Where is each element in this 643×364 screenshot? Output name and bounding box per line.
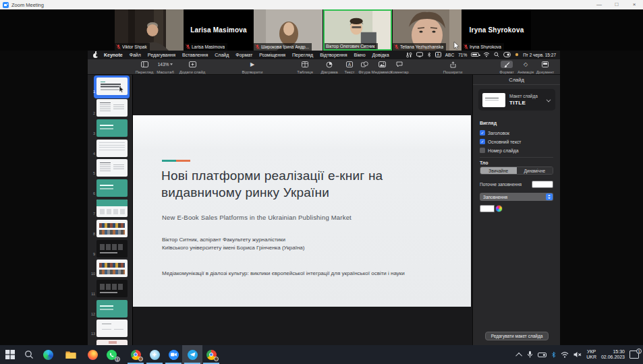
slide-author[interactable]: Віктор Ситник, аспірант Факультету журна… xyxy=(162,236,304,252)
input-source-abc[interactable]: ABC xyxy=(445,53,454,57)
fill-type-popup[interactable]: Заповнення xyxy=(480,193,553,201)
current-fill-swatch[interactable] xyxy=(532,181,553,188)
play-icon: ▶ xyxy=(248,61,257,68)
taskbar-edge-icon[interactable] xyxy=(38,345,58,364)
menu-window[interactable]: Вікно xyxy=(354,53,365,57)
video-tile-iryna-shyrokova[interactable]: Iryna Shyrokova Iryna Shyrokova xyxy=(462,9,531,51)
play-button[interactable]: ▶ Відтворити xyxy=(237,61,267,74)
taskbar-file-explorer-icon[interactable] xyxy=(61,345,81,364)
tray-volume-muted-icon[interactable] xyxy=(574,351,582,358)
slide-thumbnail-13[interactable] xyxy=(96,320,128,337)
slide-conference-line[interactable]: Медіакомунікації в діалозі культур: викл… xyxy=(162,270,405,276)
tray-network-icon[interactable] xyxy=(561,351,569,358)
taskbar-browser-profile2-icon[interactable] xyxy=(144,345,165,364)
slide-thumbnail-11[interactable] xyxy=(96,280,128,297)
slide-thumbnail-6[interactable] xyxy=(96,179,128,197)
toggles-icon[interactable] xyxy=(406,52,412,58)
background-type-segmented-control: Звичайне Динамічне xyxy=(480,166,553,175)
menu-play[interactable]: Відтворення xyxy=(320,53,347,57)
document-button[interactable]: Документ xyxy=(530,61,560,74)
menu-slide[interactable]: Слайд xyxy=(215,53,229,57)
slide-thumbnail-10[interactable] xyxy=(96,260,128,277)
video-tile-viktor-sytnyk-active-speaker[interactable]: Віктор Олегович Ситник xyxy=(323,9,392,51)
slide-title[interactable]: Нові платформи реалізації е-книг на вида… xyxy=(161,167,445,201)
current-slide[interactable]: Нові платформи реалізації е-книг на вида… xyxy=(133,115,471,307)
taskbar-clock[interactable]: 15:30 02.06.2023 xyxy=(601,349,625,361)
battery-icon[interactable] xyxy=(471,53,479,57)
start-button[interactable] xyxy=(0,345,20,364)
action-center-icon[interactable]: 1 xyxy=(630,351,639,359)
slide-thumbnail-7[interactable] xyxy=(96,200,128,217)
slide-thumbnail-5[interactable] xyxy=(96,159,128,177)
slide-subtitle[interactable]: New E-Book Sales Platforms in the Ukrain… xyxy=(162,214,352,221)
muted-mic-icon xyxy=(464,44,468,50)
menu-view[interactable]: Перегляд xyxy=(292,53,313,57)
slide-number: 10 xyxy=(89,272,95,276)
tray-expand-chevron-icon[interactable] xyxy=(518,353,522,357)
menu-insert[interactable]: Вставлення xyxy=(182,53,208,57)
divider xyxy=(480,157,553,158)
language-indicator[interactable]: УКР UKR xyxy=(586,349,596,361)
menu-edit[interactable]: Редагування xyxy=(148,53,175,57)
checkbox-slide-number[interactable]: Номер слайда xyxy=(480,148,519,153)
taskbar-telegram-icon[interactable] xyxy=(182,345,202,364)
zoom-titlebar: Zoom Meeting — □ × xyxy=(0,0,643,9)
maximize-button[interactable]: □ xyxy=(608,0,625,9)
slide-thumbnail-2[interactable] xyxy=(96,99,128,117)
video-tile-tetiana-yezhyzhanska[interactable]: Tetiana Yezhyzhanska xyxy=(393,9,462,51)
video-tile-larisa-masimova[interactable]: Larisa Masimova Larisa Masimova xyxy=(184,9,253,51)
menu-format[interactable]: Формат xyxy=(235,53,252,57)
macos-menubar: Keynote Файл Редагування Вставлення Слай… xyxy=(88,50,560,59)
shared-screen-keynote: Keynote Файл Редагування Вставлення Слай… xyxy=(88,50,560,345)
segment-dynamic[interactable]: Динамічне xyxy=(517,167,553,174)
notification-badge: 1 xyxy=(636,348,642,354)
comment-button[interactable]: Коментар xyxy=(385,61,414,74)
participant-name-label: Iryna Shyrokova xyxy=(462,43,504,51)
slide-thumbnail-9[interactable] xyxy=(96,240,128,257)
video-tile-shyrokova-iryna[interactable]: Широкова Ірина Андр... xyxy=(254,9,323,51)
add-slide-button[interactable]: Додати слайд xyxy=(175,61,209,74)
share-button[interactable]: Поширити xyxy=(438,61,468,74)
taskbar-chrome-profile3-icon[interactable] xyxy=(201,345,221,364)
menu-keynote[interactable]: Keynote xyxy=(104,53,123,57)
slide-navigator: 1 2 3 4 5 6 7 8 xyxy=(88,75,133,345)
menubar-clock[interactable]: Пт 2 черв. 15:27 xyxy=(523,53,556,57)
checkbox-body-text[interactable]: ✓ Основний текст xyxy=(480,139,521,144)
slide-thumbnail-3[interactable] xyxy=(96,119,128,137)
taskbar-chrome-profile1-icon[interactable] xyxy=(125,345,146,364)
slide-layout-card[interactable]: Макет слайда TITLE xyxy=(478,89,555,111)
control-center-icon[interactable] xyxy=(503,52,511,57)
tray-microphone-icon[interactable] xyxy=(527,351,533,359)
apple-menu-icon[interactable] xyxy=(92,52,98,58)
menu-file[interactable]: Файл xyxy=(130,53,141,57)
checkbox-unchecked-icon xyxy=(480,148,485,153)
color-wheel-icon[interactable] xyxy=(495,205,503,212)
tray-bluetooth-icon[interactable] xyxy=(551,351,556,359)
tray-device-icon[interactable] xyxy=(538,352,547,358)
color-swatch[interactable] xyxy=(480,205,495,212)
slide-thumbnail-8[interactable] xyxy=(96,220,128,237)
taskbar-whatsapp-icon[interactable]: 1 xyxy=(101,345,121,364)
whatsapp-badge: 1 xyxy=(115,357,120,362)
taskbar-zoom-icon[interactable] xyxy=(163,345,184,364)
display-icon[interactable] xyxy=(416,52,423,57)
segment-standard[interactable]: Звичайне xyxy=(480,167,517,174)
taskbar-search-button[interactable] xyxy=(19,345,39,364)
chevron-down-icon xyxy=(170,63,173,65)
menu-arrange[interactable]: Розміщення xyxy=(259,53,285,57)
taskbar-firefox-icon[interactable] xyxy=(82,345,103,364)
slide-thumbnail-14[interactable] xyxy=(96,340,128,345)
minimize-button[interactable]: — xyxy=(590,0,608,9)
spotlight-search-icon[interactable] xyxy=(494,52,499,57)
bluetooth-icon[interactable] xyxy=(427,52,431,58)
menu-help[interactable]: Довідка xyxy=(372,53,389,57)
edit-slide-layout-button[interactable]: Редагувати макет слайда xyxy=(485,332,549,340)
input-source-icon[interactable]: A xyxy=(435,52,441,58)
checkbox-title[interactable]: ✓ Заголовок xyxy=(480,130,509,135)
wifi-icon[interactable] xyxy=(483,52,490,57)
close-button[interactable]: × xyxy=(625,0,643,9)
slide-thumbnail-12[interactable] xyxy=(96,300,128,317)
video-tile-viktor-shpak[interactable]: Viktor Shpak xyxy=(115,9,184,51)
slide-thumbnail-4[interactable] xyxy=(96,140,128,157)
slide-thumbnail-1[interactable] xyxy=(96,78,128,95)
